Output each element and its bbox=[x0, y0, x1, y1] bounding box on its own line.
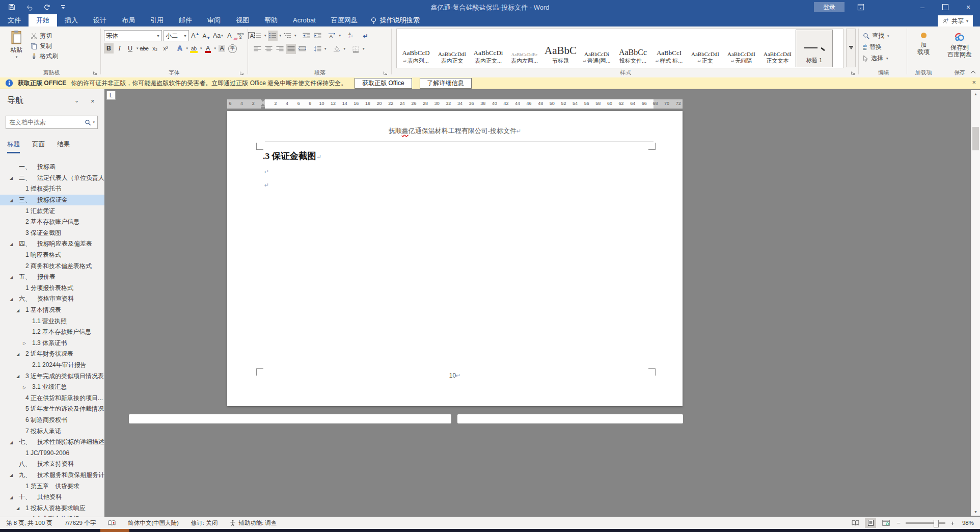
scroll-down-icon[interactable]: ▼ bbox=[971, 510, 980, 514]
style-bid-doc[interactable]: AaBbCc投标文件... bbox=[615, 30, 651, 67]
nav-item[interactable]: 1 授权委托书 bbox=[0, 183, 104, 195]
replace-button[interactable]: abac 替换 bbox=[863, 42, 889, 52]
style-section-title[interactable]: AaBbC节标题 bbox=[542, 30, 579, 67]
signin-button[interactable]: 登录 bbox=[814, 2, 845, 12]
highlight-caret[interactable]: ▾ bbox=[200, 46, 202, 50]
scroll-up-icon[interactable]: ▲ bbox=[971, 92, 980, 96]
change-case-button[interactable]: Aa▾ bbox=[213, 31, 223, 41]
nav-item[interactable]: ◢五、 报价表 bbox=[0, 272, 104, 283]
font-size-combo[interactable]: 小二▼ bbox=[164, 30, 189, 41]
style-no-spacing[interactable]: AaBbCcDdI↵无间隔 bbox=[723, 30, 759, 67]
nav-item[interactable]: ▷1.3 体系证书 bbox=[0, 338, 104, 349]
left-indent-marker[interactable] bbox=[261, 107, 265, 109]
web-layout-button[interactable] bbox=[880, 518, 891, 528]
collapse-arrow-icon[interactable]: ◢ bbox=[10, 473, 13, 477]
collapse-arrow-icon[interactable]: ◢ bbox=[10, 198, 13, 202]
underline-button[interactable]: U bbox=[125, 43, 135, 54]
select-button[interactable]: 选择▾ bbox=[863, 53, 889, 64]
zoom-level[interactable]: 98% bbox=[960, 520, 974, 526]
word-count[interactable]: 7/7629 个字 bbox=[65, 519, 96, 527]
copy-button[interactable]: 复制 bbox=[31, 41, 58, 51]
tab-mailings[interactable]: 邮件 bbox=[171, 14, 200, 26]
restore-button[interactable] bbox=[934, 0, 957, 14]
align-right-button[interactable] bbox=[275, 44, 285, 54]
bullets-button[interactable] bbox=[253, 31, 262, 41]
grow-font-button[interactable]: A▲ bbox=[190, 31, 200, 41]
addins-button[interactable]: 加 载项 bbox=[910, 33, 937, 56]
horizontal-scrollbar-thumb[interactable] bbox=[129, 414, 451, 423]
clear-formatting-button[interactable]: A bbox=[225, 31, 234, 41]
save-icon[interactable] bbox=[8, 4, 15, 11]
nav-item[interactable]: 1 第五章 供货要求 bbox=[0, 481, 104, 492]
nav-item[interactable]: ◢2 近年财务状况表 bbox=[0, 349, 104, 360]
style-body[interactable]: AaBbCcDdI↵正文 bbox=[687, 30, 723, 67]
tab-review[interactable]: 审阅 bbox=[200, 14, 228, 26]
collapse-arrow-icon[interactable]: ◢ bbox=[10, 176, 13, 180]
document-page[interactable]: 抚顺鑫亿通保温材料工程有限公司-投标文件↵ .3 保证金截图↵ ↵ ↵ 10↵ bbox=[227, 111, 683, 406]
tab-home[interactable]: 开始 bbox=[29, 14, 57, 26]
nav-close-icon[interactable]: × bbox=[91, 97, 95, 105]
nav-item[interactable]: 八、 技术支持资料 bbox=[0, 459, 104, 470]
tab-layout[interactable]: 布局 bbox=[114, 14, 143, 26]
style-table-col[interactable]: AaBbCcD↵表内列... bbox=[398, 30, 434, 67]
style-body-text[interactable]: AaBbCcDdI正文文本 bbox=[759, 30, 796, 67]
font-color-caret[interactable]: ▾ bbox=[214, 46, 216, 50]
collapse-arrow-icon[interactable]: ◢ bbox=[10, 297, 13, 301]
nav-item[interactable]: 7 投标人承诺 bbox=[0, 425, 104, 437]
message-close-icon[interactable]: × bbox=[972, 78, 976, 86]
language-indicator[interactable]: 简体中文(中国大陆) bbox=[128, 519, 179, 527]
style-table-body-1[interactable]: AaBbCcDdI表内正文 bbox=[434, 30, 470, 67]
show-marks-button[interactable]: ↵ bbox=[361, 31, 370, 41]
highlight-button[interactable]: ab bbox=[189, 43, 199, 54]
share-button[interactable]: 共享 ▾ bbox=[938, 15, 973, 27]
align-left-button[interactable] bbox=[253, 44, 262, 54]
ruler[interactable]: 6422468101214161820222426283032343638404… bbox=[227, 99, 683, 109]
nav-item[interactable]: 1.2 基本存款账户信息 bbox=[0, 327, 104, 338]
shrink-font-button[interactable]: A▼ bbox=[202, 31, 211, 41]
nav-tab-headings[interactable]: 标题 bbox=[7, 140, 20, 153]
subscript-button[interactable]: x₂ bbox=[150, 43, 160, 54]
superscript-button[interactable]: x² bbox=[161, 43, 171, 54]
tab-help[interactable]: 帮助 bbox=[257, 14, 285, 26]
tell-me-box[interactable]: 操作说明搜索 bbox=[365, 14, 425, 26]
nav-item[interactable]: 一、 投标函 bbox=[0, 162, 104, 173]
nav-item[interactable]: 2 基本存款账户信息 bbox=[0, 217, 104, 228]
read-mode-button[interactable] bbox=[850, 518, 861, 528]
tab-insert[interactable]: 插入 bbox=[57, 14, 86, 26]
nav-search-input[interactable] bbox=[6, 119, 85, 126]
tab-baidu-netdisk[interactable]: 百度网盘 bbox=[323, 14, 365, 26]
collapse-arrow-icon[interactable]: ◢ bbox=[10, 275, 13, 279]
font-dialog-launcher-icon[interactable] bbox=[239, 71, 244, 75]
decrease-indent-button[interactable] bbox=[302, 31, 311, 41]
shading-caret[interactable]: ▾ bbox=[344, 47, 346, 51]
style-normal-grid[interactable]: AaBbCcDi↵普通(网... bbox=[579, 30, 615, 67]
text-effects-caret[interactable]: ▾ bbox=[186, 46, 188, 50]
tab-references[interactable]: 引用 bbox=[143, 14, 171, 26]
search-options-caret[interactable]: ▾ bbox=[93, 120, 95, 124]
collapse-arrow-icon[interactable]: ◢ bbox=[10, 495, 13, 499]
nav-item[interactable]: ◢四、 投标响应表及偏差表 bbox=[0, 238, 104, 250]
close-button[interactable]: × bbox=[957, 0, 979, 14]
increase-indent-button[interactable] bbox=[313, 31, 322, 41]
proofing-status-icon[interactable] bbox=[108, 520, 116, 526]
ribbon-display-options-icon[interactable] bbox=[850, 0, 872, 14]
zoom-out-button[interactable]: − bbox=[895, 519, 902, 527]
tab-design[interactable]: 设计 bbox=[86, 14, 114, 26]
print-layout-button[interactable] bbox=[865, 518, 876, 528]
collapse-arrow-icon[interactable]: ◢ bbox=[16, 352, 19, 356]
redo-icon[interactable] bbox=[43, 4, 50, 11]
nav-tab-results[interactable]: 结果 bbox=[57, 140, 70, 153]
tab-acrobat[interactable]: Acrobat bbox=[285, 14, 323, 26]
nav-item[interactable]: 4 正在供货和新承接的项目... bbox=[0, 392, 104, 404]
nav-item[interactable]: 1 响应表格式 bbox=[0, 250, 104, 261]
nav-item[interactable]: ▷3.1 业绩汇总 bbox=[0, 382, 104, 393]
style-style-title[interactable]: AaBbCcI↵样式 标... bbox=[651, 30, 687, 67]
save-to-netdisk-button[interactable]: 保存到 百度网盘 bbox=[941, 32, 978, 58]
nav-item[interactable]: ◢二、 法定代表人（单位负责人... bbox=[0, 173, 104, 184]
strikethrough-button[interactable]: abc bbox=[140, 43, 149, 54]
bold-button[interactable]: B bbox=[104, 43, 114, 54]
nav-chevron-down-icon[interactable]: ⌄ bbox=[74, 97, 79, 104]
collapse-arrow-icon[interactable]: ◢ bbox=[16, 506, 19, 511]
expand-arrow-icon[interactable]: ▷ bbox=[23, 385, 26, 389]
vertical-scrollbar-thumb[interactable] bbox=[972, 127, 979, 150]
